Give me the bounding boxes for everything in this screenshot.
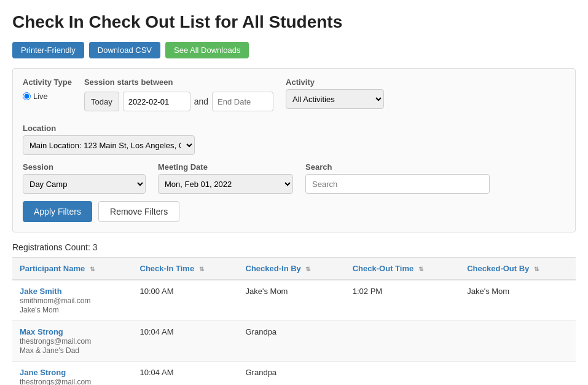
meeting-date-label: Meeting Date <box>158 162 293 172</box>
remove-filters-button[interactable]: Remove Filters <box>98 201 179 222</box>
filter-panel: Activity Type Live Session starts betwee… <box>12 68 576 232</box>
cell-checkedout-by <box>460 321 576 362</box>
cell-checkout-time: 1:02 PM <box>345 280 460 321</box>
table-header: Participant Name ⇅ Check-In Time ⇅ Check… <box>12 258 576 280</box>
live-radio[interactable] <box>23 92 31 100</box>
col-checkedin-by[interactable]: Checked-In By ⇅ <box>238 258 345 280</box>
table-body: Jake Smith smithmom@mail.com Jake's Mom … <box>12 280 576 385</box>
checkin-table: Participant Name ⇅ Check-In Time ⇅ Check… <box>12 257 576 385</box>
download-csv-button[interactable]: Download CSV <box>89 42 160 58</box>
cell-checkin-time: 10:04 AM <box>133 321 238 362</box>
printer-friendly-button[interactable]: Printer-Friendly <box>12 42 84 58</box>
search-input[interactable] <box>305 174 490 194</box>
apply-filters-button[interactable]: Apply Filters <box>23 201 92 222</box>
search-filter: Search <box>305 162 490 194</box>
col-participant-name[interactable]: Participant Name ⇅ <box>12 258 133 280</box>
col-checkedout-by[interactable]: Checked-Out By ⇅ <box>460 258 576 280</box>
session-starts-filter: Session starts between Today and <box>84 77 273 111</box>
live-radio-label[interactable]: Live <box>23 92 72 101</box>
sort-checkedout-icon: ⇅ <box>534 266 539 272</box>
filter-actions: Apply Filters Remove Filters <box>23 201 565 222</box>
search-label: Search <box>305 162 490 172</box>
meeting-date-select[interactable]: Mon, Feb 01, 2022 <box>158 174 293 194</box>
cell-checkout-time <box>345 362 460 386</box>
session-select[interactable]: Day Camp <box>23 174 146 194</box>
meeting-date-filter: Meeting Date Mon, Feb 01, 2022 <box>158 162 293 194</box>
participant-email: smithmom@mail.com <box>20 296 91 305</box>
col-checkin-time[interactable]: Check-In Time ⇅ <box>133 258 238 280</box>
sort-participant-icon: ⇅ <box>90 266 95 272</box>
cell-checkedin-by: Jake's Mom <box>238 280 345 321</box>
col-checkout-time[interactable]: Check-Out Time ⇅ <box>345 258 460 280</box>
cell-participant: Jake Smith smithmom@mail.com Jake's Mom <box>12 280 133 321</box>
cell-checkedout-by <box>460 362 576 386</box>
registrations-count-label: Registrations Count: <box>12 242 90 252</box>
and-text: and <box>194 97 208 106</box>
cell-checkedin-by: Grandpa <box>238 362 345 386</box>
session-label: Session <box>23 162 146 172</box>
registrations-count-value: 3 <box>93 242 98 252</box>
end-date-input[interactable] <box>212 92 273 111</box>
action-buttons: Printer-Friendly Download CSV See All Do… <box>12 42 576 58</box>
participant-name-link[interactable]: Jane Strong <box>20 368 66 377</box>
table-row: Jake Smith smithmom@mail.com Jake's Mom … <box>12 280 576 321</box>
activity-select[interactable]: All Activities <box>286 89 384 109</box>
participant-name-link[interactable]: Max Strong <box>20 327 63 336</box>
cell-checkout-time <box>345 321 460 362</box>
sort-checkedin-icon: ⇅ <box>305 266 310 272</box>
start-date-input[interactable] <box>123 92 190 111</box>
location-filter: Location Main Location: 123 Main St, Los… <box>23 124 195 155</box>
today-button[interactable]: Today <box>84 92 119 111</box>
activity-filter: Activity All Activities <box>286 77 384 109</box>
participant-guardian: Max & Jane's Dad <box>20 346 79 355</box>
location-label: Location <box>23 124 195 133</box>
cell-participant: Jane Strong thestrongs@mail.com Max & Ja… <box>12 362 133 386</box>
cell-checkedout-by: Jake's Mom <box>460 280 576 321</box>
live-label: Live <box>33 92 48 101</box>
session-filter: Session Day Camp <box>23 162 146 194</box>
cell-participant: Max Strong thestrongs@mail.com Max & Jan… <box>12 321 133 362</box>
table-row: Max Strong thestrongs@mail.com Max & Jan… <box>12 321 576 362</box>
sort-checkout-icon: ⇅ <box>418 266 423 272</box>
page-title: Check In Check Out List for All Students <box>12 12 576 32</box>
session-starts-label: Session starts between <box>84 77 273 87</box>
activity-type-label: Activity Type <box>23 77 72 87</box>
participant-guardian: Jake's Mom <box>20 306 59 314</box>
cell-checkin-time: 10:00 AM <box>133 280 238 321</box>
participant-email: thestrongs@mail.com <box>20 378 91 385</box>
table-row: Jane Strong thestrongs@mail.com Max & Ja… <box>12 362 576 386</box>
see-all-downloads-button[interactable]: See All Downloads <box>165 42 249 58</box>
cell-checkin-time: 10:04 AM <box>133 362 238 386</box>
participant-email: thestrongs@mail.com <box>20 337 91 346</box>
cell-checkedin-by: Grandpa <box>238 321 345 362</box>
participant-name-link[interactable]: Jake Smith <box>20 287 62 296</box>
sort-checkin-icon: ⇅ <box>199 266 204 272</box>
activity-label: Activity <box>286 77 384 87</box>
registrations-count: Registrations Count: 3 <box>12 242 576 252</box>
activity-type-filter: Activity Type Live <box>23 77 72 101</box>
location-select[interactable]: Main Location: 123 Main St, Los Angeles,… <box>23 135 195 155</box>
